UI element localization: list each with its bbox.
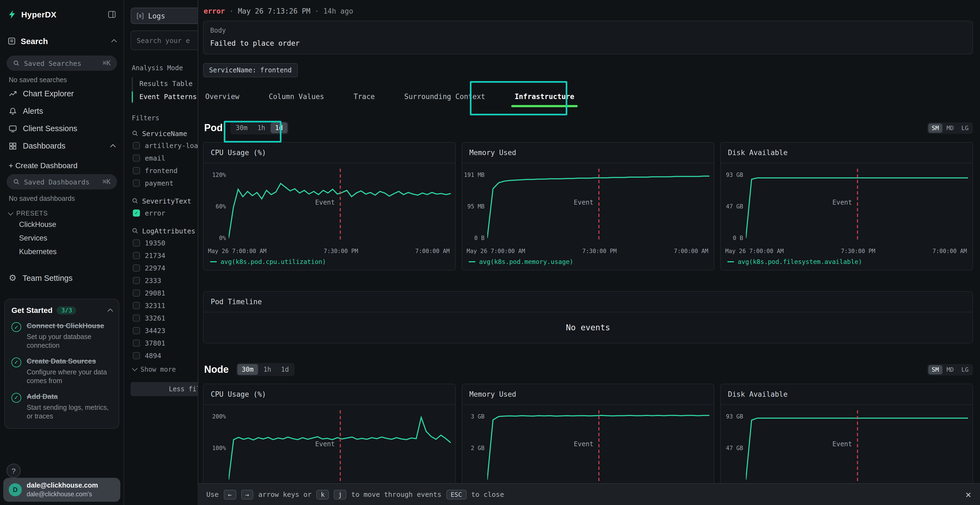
chevron-up-icon[interactable] — [111, 39, 117, 44]
saved-searches-input[interactable] — [24, 59, 98, 67]
help-button[interactable]: ? — [6, 464, 21, 478]
checkbox[interactable] — [133, 352, 140, 359]
checkbox[interactable] — [133, 264, 140, 271]
filter-option-label: frontend — [145, 166, 178, 175]
pod-size-control: SMMDLG — [928, 122, 973, 133]
event-marker-label: Event — [574, 440, 598, 448]
no-saved-dashboards-text: No saved dashboards — [0, 189, 124, 203]
pod-range-30m[interactable]: 30m — [231, 122, 252, 133]
checkbox[interactable] — [133, 252, 140, 259]
collapse-sidebar-icon[interactable] — [108, 10, 116, 19]
y-axis-tick: 60% — [216, 203, 226, 210]
checkbox[interactable] — [133, 289, 140, 296]
pod-time-range-control: 30m1h1d — [230, 121, 288, 134]
nav-label: Alerts — [23, 106, 43, 115]
filter-option-label: 21734 — [145, 251, 165, 259]
preset-kubernetes[interactable]: Kubernetes — [0, 245, 124, 259]
node-size-sm[interactable]: SM — [929, 365, 942, 374]
tab-trace[interactable]: Trace — [352, 87, 377, 107]
body-label: Body — [210, 27, 966, 34]
event-marker-line — [598, 411, 600, 481]
checkbox[interactable] — [133, 302, 140, 309]
checkbox[interactable]: ✓ — [133, 209, 140, 216]
x-axis-tick: 7:30:00 PM — [841, 248, 875, 254]
sidebar-item-dashboards[interactable]: Dashboards — [0, 137, 124, 154]
pod-charts-row: CPU Usage (%)120%60%0%EventMay 26 7:00:0… — [198, 142, 980, 270]
chevron-down-icon — [132, 366, 137, 371]
close-icon[interactable]: × — [965, 489, 971, 499]
get-started-title: Get Started — [11, 306, 52, 314]
create-dashboard-button[interactable]: + Create Dashboard — [0, 154, 124, 171]
filter-option-label: 29081 — [145, 289, 165, 297]
event-marker-line — [857, 169, 858, 240]
checkbox[interactable] — [133, 167, 140, 174]
filter-option-label: error — [145, 209, 165, 217]
nav-label: Team Settings — [22, 274, 73, 283]
y-axis-tick: 47 GB — [726, 445, 743, 451]
node-range-30m[interactable]: 30m — [237, 364, 258, 375]
event-detail-drawer: error · May 26 7:13:26 PM · 14h ago Body… — [197, 0, 980, 505]
service-name-tag[interactable]: ServiceName: frontend — [203, 63, 298, 77]
chevron-up-icon[interactable] — [110, 144, 116, 149]
get-started-card: Get Started 3/3 ✓Connect to ClickHouseSe… — [4, 299, 119, 429]
esc-key: ESC — [447, 489, 466, 499]
get-started-header[interactable]: Get Started 3/3 — [11, 306, 112, 314]
shortcut-hint: ⌘K — [103, 59, 111, 67]
nav-label: Chart Explorer — [23, 89, 74, 98]
presets-toggle[interactable]: PRESETS — [0, 203, 124, 218]
checkbox[interactable] — [133, 339, 140, 346]
chart-legend: avg(k8s.pod.memory.usage) — [462, 254, 714, 270]
pod-size-sm[interactable]: SM — [929, 123, 942, 132]
pod-range-1d[interactable]: 1d — [270, 122, 287, 133]
get-started-step: ✓Connect to ClickHouseSet up your databa… — [11, 322, 112, 350]
checkbox[interactable] — [133, 314, 140, 321]
checkbox[interactable] — [133, 277, 140, 284]
hyperdx-app: HyperDX Search ⌘K No saved searches Cha — [0, 0, 980, 505]
pod-size-md[interactable]: MD — [943, 123, 957, 132]
preset-clickhouse[interactable]: ClickHouse — [0, 218, 124, 231]
checkbox[interactable] — [133, 154, 140, 161]
saved-dashboards-input-wrap[interactable]: ⌘K — [6, 174, 117, 189]
get-started-step: ✓Create Data SourcesConfigure where your… — [11, 357, 112, 385]
tab-surrounding-context[interactable]: Surrounding Context — [402, 87, 487, 107]
sidebar-item-alerts[interactable]: Alerts — [0, 102, 124, 120]
pod-size-lg[interactable]: LG — [958, 123, 972, 132]
tab-column-values[interactable]: Column Values — [267, 87, 326, 107]
gear-icon: ⚙ — [9, 274, 17, 283]
x-axis-tick: 7:30:00 PM — [582, 248, 617, 254]
chart-title: CPU Usage (%) — [204, 384, 455, 405]
k-key: k — [317, 489, 329, 499]
checkbox[interactable] — [133, 239, 140, 246]
app-title: HyperDX — [21, 10, 57, 19]
chevron-up-icon[interactable] — [108, 308, 113, 314]
node-range-1d[interactable]: 1d — [277, 364, 293, 375]
node-size-lg[interactable]: LG — [958, 365, 972, 374]
sidebar-item-team-settings[interactable]: ⚙ Team Settings — [0, 269, 124, 287]
get-started-step-desc: Set up your database connection — [27, 332, 112, 350]
sidebar-item-search[interactable]: Search — [0, 30, 124, 52]
checkbox[interactable] — [133, 327, 140, 334]
event-marker-line — [857, 411, 858, 481]
pod-section-header: Pod 30m1h1d SMMDLG — [198, 121, 980, 134]
preset-services[interactable]: Services — [0, 231, 124, 245]
checkbox[interactable] — [133, 142, 140, 149]
j-key: j — [334, 489, 346, 499]
checkbox[interactable] — [133, 179, 140, 186]
saved-searches-input-wrap[interactable]: ⌘K — [6, 56, 117, 71]
sidebar-item-chart-explorer[interactable]: Chart Explorer — [0, 85, 124, 102]
event-age: 14h ago — [323, 7, 353, 15]
saved-dashboards-input[interactable] — [24, 178, 98, 186]
no-saved-searches-text: No saved searches — [0, 71, 124, 85]
legend-line-swatch — [469, 261, 475, 262]
tab-infrastructure[interactable]: Infrastructure — [512, 87, 576, 107]
grid-icon — [9, 142, 17, 150]
event-body-panel: Body Failed to place order — [203, 21, 973, 54]
node-size-md[interactable]: MD — [943, 365, 957, 374]
tab-overview[interactable]: Overview — [203, 87, 242, 107]
logs-icon — [137, 12, 144, 19]
user-menu[interactable]: D dale@clickhouse.com dale@clickhouse.co… — [3, 478, 120, 502]
pod-range-1h[interactable]: 1h — [253, 122, 269, 133]
node-range-1h[interactable]: 1h — [259, 364, 275, 375]
y-axis-tick: 200% — [212, 413, 226, 419]
sidebar-item-client-sessions[interactable]: Client Sessions — [0, 120, 124, 137]
